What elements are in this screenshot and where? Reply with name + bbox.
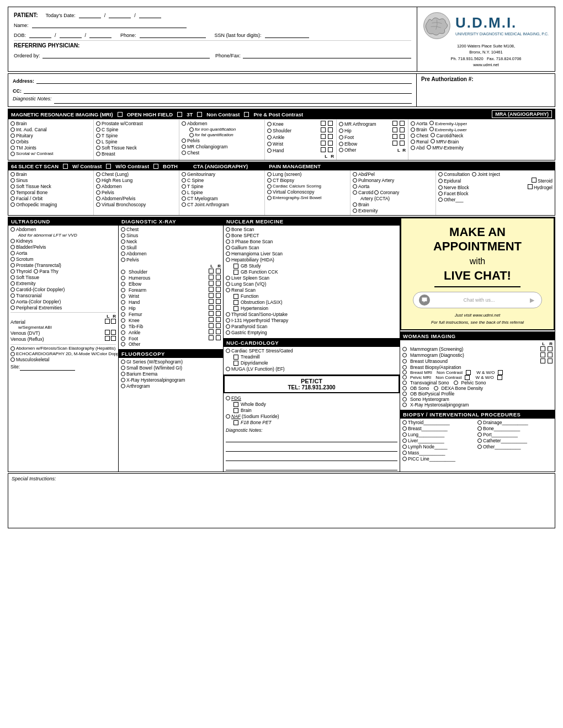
us-vr-r[interactable] bbox=[111, 336, 116, 341]
mri-wrist-l[interactable] bbox=[321, 141, 326, 146]
us-art-l[interactable] bbox=[105, 319, 110, 324]
nuc-bone-radio[interactable] bbox=[226, 227, 230, 232]
wi-bmri-wwo-cb[interactable] bbox=[498, 370, 503, 375]
mri-brain-radio[interactable] bbox=[10, 121, 15, 126]
bi-picc-radio[interactable] bbox=[402, 457, 407, 461]
xr-wrist-r[interactable] bbox=[216, 293, 221, 298]
us-vdvt-l[interactable] bbox=[105, 330, 110, 335]
xr-wrist-radio[interactable] bbox=[121, 294, 125, 298]
xr-other-radio[interactable] bbox=[121, 342, 125, 346]
xr-ankle-radio[interactable] bbox=[121, 330, 125, 335]
ct-highres-radio[interactable] bbox=[96, 178, 100, 183]
pre-post-cb[interactable] bbox=[244, 112, 249, 117]
petct-brain-cb[interactable] bbox=[233, 408, 238, 413]
xr-foot-radio[interactable] bbox=[121, 336, 125, 341]
mri-shoulder-radio[interactable] bbox=[267, 129, 272, 133]
ct-temporal-radio[interactable] bbox=[10, 190, 15, 195]
diag-notes-field[interactable] bbox=[54, 96, 412, 104]
mri-hand-radio[interactable] bbox=[267, 148, 272, 153]
us-prostate-radio[interactable] bbox=[10, 263, 15, 267]
wi-pelvic-sono-radio[interactable] bbox=[454, 381, 458, 385]
nuc-hypert-cb[interactable] bbox=[233, 306, 238, 311]
cta-abdpel-radio[interactable] bbox=[353, 172, 357, 176]
cta-brain-radio[interactable] bbox=[353, 202, 357, 207]
mra-chest-radio[interactable] bbox=[411, 133, 415, 138]
ct-myelogram-radio[interactable] bbox=[182, 196, 186, 201]
ct-biopsy-radio[interactable] bbox=[267, 178, 272, 183]
xr-knee-radio[interactable] bbox=[121, 318, 125, 323]
phone-field[interactable] bbox=[140, 30, 206, 38]
bi-port-radio[interactable] bbox=[477, 432, 482, 437]
mri-softtissue-radio[interactable] bbox=[96, 146, 100, 150]
xr-pelvis-radio[interactable] bbox=[121, 258, 125, 262]
phone-fax-field[interactable] bbox=[243, 51, 411, 58]
mri-ankle-radio[interactable] bbox=[267, 135, 272, 140]
pain-consult-radio[interactable] bbox=[438, 172, 443, 176]
us-bladder-radio[interactable] bbox=[10, 245, 15, 249]
wi-dexa-radio[interactable] bbox=[434, 386, 438, 390]
xr-hand-l[interactable] bbox=[209, 299, 214, 304]
bi-liver-radio[interactable] bbox=[402, 438, 407, 443]
mri-iron-radio[interactable] bbox=[189, 127, 194, 132]
wi-ms-r[interactable] bbox=[548, 346, 553, 351]
us-abdfibro-radio[interactable] bbox=[10, 346, 15, 351]
us-vr-l[interactable] bbox=[105, 336, 110, 341]
petct-notes-line4[interactable] bbox=[226, 463, 397, 470]
xr-tibfib-l[interactable] bbox=[209, 323, 214, 328]
mra-mrvbrain-radio[interactable] bbox=[431, 139, 435, 143]
date-field-day[interactable] bbox=[109, 10, 131, 18]
ct-cspine-radio[interactable] bbox=[182, 178, 186, 183]
mra-extremity-upper-radio[interactable] bbox=[429, 121, 434, 125]
us-echo-radio[interactable] bbox=[10, 352, 15, 356]
mri-pelvis-radio[interactable] bbox=[182, 138, 186, 143]
cta-carotid-radio[interactable] bbox=[353, 190, 357, 195]
xr-tibfib-r[interactable] bbox=[216, 323, 221, 328]
xr-hum-r[interactable] bbox=[216, 275, 221, 280]
xr-knee-l[interactable] bbox=[209, 317, 214, 322]
mri-hip-r[interactable] bbox=[400, 127, 405, 132]
xr-sinus-radio[interactable] bbox=[121, 233, 125, 238]
petct-notes-line1[interactable] bbox=[226, 435, 397, 442]
petct-fdg-radio[interactable] bbox=[226, 396, 230, 400]
mri-elbow-r[interactable] bbox=[400, 141, 405, 146]
wi-ob-sono-radio[interactable] bbox=[402, 386, 407, 390]
mri-cspine-radio[interactable] bbox=[96, 127, 100, 132]
cta-aorta-radio[interactable] bbox=[353, 184, 357, 189]
ct-lungscreen-radio[interactable] bbox=[267, 172, 272, 176]
ct-w-contrast-cb[interactable] bbox=[63, 164, 68, 169]
name-field[interactable] bbox=[32, 20, 187, 28]
xr-abdomen-radio[interactable] bbox=[121, 251, 125, 256]
mra-carotid-radio[interactable] bbox=[431, 133, 435, 137]
bi-drainage-radio[interactable] bbox=[477, 420, 482, 425]
us-parathy-radio[interactable] bbox=[34, 269, 38, 274]
xr-tibfib-radio[interactable] bbox=[121, 324, 125, 329]
mri-knee-r[interactable] bbox=[328, 121, 333, 126]
mri-mra-r[interactable] bbox=[400, 121, 405, 126]
wi-bus-r[interactable] bbox=[548, 358, 553, 363]
xr-forearm-l[interactable] bbox=[209, 287, 214, 292]
mri-prostate-radio[interactable] bbox=[96, 121, 100, 126]
ct-chestlung-radio[interactable] bbox=[96, 172, 100, 176]
pain-hydrogel-cb[interactable] bbox=[528, 184, 533, 189]
us-softtissue-radio[interactable] bbox=[10, 275, 15, 280]
fluoro-barium-radio[interactable] bbox=[121, 372, 125, 376]
ct-lspine-radio[interactable] bbox=[182, 190, 186, 195]
nuc-obstr-cb[interactable] bbox=[233, 300, 238, 305]
petct-naf-radio[interactable] bbox=[226, 414, 230, 419]
mri-shoulder-r[interactable] bbox=[328, 127, 333, 132]
ssn-field[interactable] bbox=[265, 30, 309, 38]
mri-ankle-l[interactable] bbox=[321, 134, 326, 139]
nuc-i131-radio[interactable] bbox=[226, 318, 230, 323]
fluoro-small-radio[interactable] bbox=[121, 366, 125, 370]
xr-femur-r[interactable] bbox=[216, 311, 221, 316]
nc-cardiac-radio[interactable] bbox=[226, 349, 230, 353]
ct-tspine-radio[interactable] bbox=[182, 184, 186, 189]
special-instructions-field[interactable] bbox=[59, 476, 551, 526]
nuc-renal-radio[interactable] bbox=[226, 288, 230, 292]
xr-elbow-r[interactable] bbox=[216, 281, 221, 286]
xr-shoulder-radio[interactable] bbox=[121, 270, 125, 274]
nuc-3phase-radio[interactable] bbox=[226, 239, 230, 244]
nuc-thyroid-radio[interactable] bbox=[226, 312, 230, 317]
mri-hip-l[interactable] bbox=[392, 127, 397, 132]
fluoro-gi-radio[interactable] bbox=[121, 360, 125, 364]
